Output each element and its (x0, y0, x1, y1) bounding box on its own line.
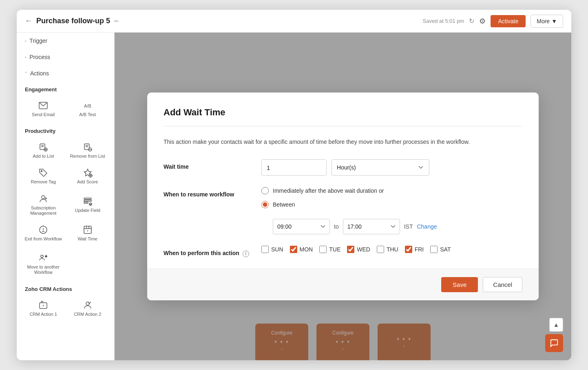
productivity-section-label: Productivity (17, 123, 114, 137)
info-icon[interactable]: i (243, 251, 249, 257)
settings-icon[interactable]: ⚙ (479, 17, 486, 26)
header-left: ← Purchase follow-up 5 ✏ (25, 17, 423, 25)
mon-checkbox[interactable] (290, 246, 297, 253)
immediately-radio[interactable] (261, 187, 269, 194)
update-field-icon (83, 196, 93, 206)
zoho-crm-grid: CRM Action 1 CRM Action 2 (17, 295, 114, 323)
activate-button[interactable]: Activate (491, 15, 526, 27)
sidebar-item-add-to-list[interactable]: Add to List (22, 138, 65, 163)
main-layout: › Trigger › Process ˅ Actions Engagement (17, 33, 571, 360)
sidebar-item-process[interactable]: › Process (17, 49, 114, 65)
refresh-icon[interactable]: ↻ (469, 17, 474, 25)
modal-divider (164, 126, 522, 126)
resume-controls: Immediately after the above wait duratio… (261, 187, 522, 234)
between-label: Between (273, 201, 295, 208)
resume-between-option[interactable]: Between (261, 201, 522, 208)
fri-checkbox[interactable] (405, 246, 412, 253)
time-range-row: 09:00 10:00 to 17:00 18:00 IST (261, 219, 522, 234)
add-wait-time-modal: Add Wait Time This action make your cont… (147, 92, 539, 300)
wait-time-inputs: Minute(s) Hour(s) Day(s) Week(s) (261, 159, 522, 176)
save-button[interactable]: Save (441, 277, 478, 292)
content-area: Configure • • • ˅ Configure • • • ˅ • • … (115, 33, 571, 360)
sidebar-item-trigger[interactable]: › Trigger (17, 33, 114, 49)
resume-immediately-option[interactable]: Immediately after the above wait duratio… (261, 187, 522, 194)
tag-icon (38, 168, 48, 178)
sidebar-item-actions[interactable]: ˅ Actions (17, 65, 114, 81)
wait-unit-select[interactable]: Minute(s) Hour(s) Day(s) Week(s) (332, 159, 429, 176)
time-from-select[interactable]: 09:00 10:00 (273, 219, 330, 234)
wait-time-icon (83, 225, 93, 235)
perform-label: When to perform this action i (164, 246, 253, 257)
sidebar-item-exit-workflow[interactable]: Exit from Workflow (22, 221, 65, 246)
wed-checkbox[interactable] (347, 246, 354, 253)
wait-time-controls: Minute(s) Hour(s) Day(s) Week(s) (261, 159, 522, 176)
chevron-down-icon: ˅ (25, 71, 27, 76)
sidebar-section-trigger: › Trigger › Process ˅ Actions (17, 33, 114, 81)
time-to-select[interactable]: 17:00 18:00 (343, 219, 400, 234)
immediately-label: Immediately after the above wait duratio… (273, 187, 384, 194)
svg-point-17 (42, 196, 45, 199)
wait-time-label: Wait time (164, 159, 253, 170)
sidebar-item-wait-time[interactable]: Wait Time (66, 221, 110, 246)
day-sun: SUN (261, 246, 283, 253)
wait-time-row: Wait time Minute(s) Hour(s) Day(s) Week(… (164, 159, 522, 176)
between-radio[interactable] (261, 201, 269, 208)
sidebar-item-crm1[interactable]: CRM Action 1 (22, 296, 65, 321)
more-button[interactable]: More ▼ (531, 15, 563, 28)
move-workflow-icon (38, 253, 48, 263)
to-label: to (334, 223, 339, 230)
engagement-section-label: Engagement (17, 81, 114, 95)
sat-checkbox[interactable] (430, 246, 438, 253)
chevron-right-icon: › (25, 39, 26, 43)
productivity-grid: Add to List Remove from List (17, 137, 114, 247)
cancel-button[interactable]: Cancel (483, 277, 522, 292)
change-timezone-link[interactable]: Change (417, 223, 437, 230)
zoho-crm-section-label: Zoho CRM Actions (17, 281, 114, 295)
sidebar-item-add-score[interactable]: Add Score (66, 164, 110, 189)
day-fri: FRI (405, 246, 424, 253)
day-mon: MON (290, 246, 313, 253)
sidebar-item-update-field[interactable]: Update Field (66, 190, 110, 220)
svg-rect-20 (84, 198, 91, 199)
edit-icon[interactable]: ✏ (114, 18, 119, 24)
sidebar-item-move-workflow[interactable]: Move to another Workflow (22, 249, 65, 279)
modal-footer: Save Cancel (147, 269, 539, 300)
wait-value-input[interactable] (261, 159, 327, 176)
resume-label: When to resume workflow (164, 187, 253, 198)
score-icon (83, 168, 93, 178)
chevron-down-icon: ▼ (551, 18, 557, 24)
tue-checkbox[interactable] (319, 246, 327, 253)
exit-workflow-icon (38, 225, 48, 235)
sidebar-item-remove-from-list[interactable]: Remove from List (66, 138, 110, 163)
svg-point-39 (86, 302, 89, 305)
modal-description: This action make your contacts wait for … (164, 138, 522, 146)
back-button[interactable]: ← (25, 17, 32, 25)
sidebar-item-ab-test[interactable]: A/B A/B Test (66, 97, 110, 121)
sidebar-item-subscription[interactable]: Subscription Management (22, 190, 65, 220)
sidebar-item-remove-tag[interactable]: Remove Tag (22, 164, 65, 189)
days-row: SUN MON TUE (261, 246, 522, 253)
svg-rect-28 (84, 226, 91, 233)
day-sat: SAT (430, 246, 451, 253)
thu-checkbox[interactable] (377, 246, 384, 253)
subscription-icon (38, 194, 48, 204)
header: ← Purchase follow-up 5 ✏ Saved at 5:01 p… (17, 10, 571, 33)
page-title: Purchase follow-up 5 (36, 17, 110, 25)
resume-workflow-row: When to resume workflow Immediately afte… (164, 187, 522, 234)
header-right: Saved at 5:01 pm ↻ ⚙ Activate More ▼ (423, 15, 563, 28)
crm1-icon (38, 300, 48, 310)
scroll-top-button[interactable]: ▲ (549, 318, 563, 332)
sun-checkbox[interactable] (261, 246, 269, 253)
chat-icon (550, 339, 559, 348)
sidebar-item-send-email[interactable]: Send Email (22, 97, 65, 121)
crm2-icon (83, 300, 93, 310)
svg-point-33 (41, 255, 43, 258)
move-workflow-grid: Move to another Workflow (17, 247, 114, 281)
day-tue: TUE (319, 246, 340, 253)
perform-action-row: When to perform this action i SUN (164, 246, 522, 257)
svg-text:A/B: A/B (84, 104, 91, 108)
sidebar-item-crm2[interactable]: CRM Action 2 (66, 296, 110, 321)
svg-rect-21 (84, 200, 91, 201)
days-controls: SUN MON TUE (261, 246, 522, 253)
chat-fab-button[interactable] (545, 334, 563, 352)
